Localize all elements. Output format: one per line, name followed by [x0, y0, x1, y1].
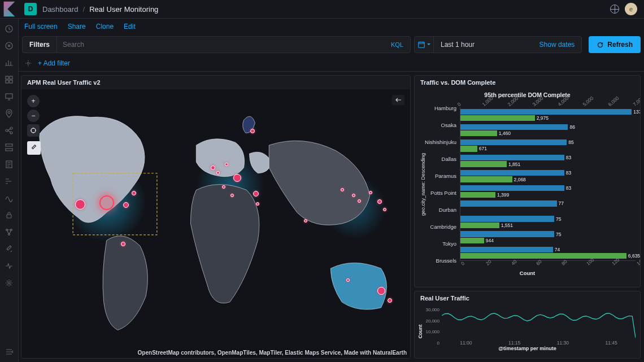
map-canvas[interactable]: + − OpenStreetMap contributors, OpenMapT… — [21, 89, 410, 358]
infra-icon[interactable] — [5, 143, 14, 152]
map-dot — [253, 191, 259, 197]
line-x-ticks: 11:0011:1511:3011:45 — [419, 340, 636, 346]
dashboard-icon[interactable] — [5, 75, 14, 84]
kibana-logo[interactable] — [0, 0, 19, 19]
refresh-button[interactable]: Refresh — [589, 36, 641, 53]
bar-category-labels: HamburgOsakaNishishinjukuDallasParamusPo… — [427, 99, 460, 269]
svg-rect-19 — [418, 42, 424, 48]
svg-rect-11 — [6, 144, 12, 146]
svg-rect-6 — [6, 94, 12, 98]
logs-icon[interactable] — [5, 160, 14, 169]
map-dot — [341, 188, 344, 191]
search-input[interactable] — [57, 37, 384, 53]
breadcrumb-root[interactable]: Dashboard — [42, 5, 79, 14]
panel-map: APM Real User Traffic v2 — [21, 75, 411, 359]
map-dot — [233, 174, 241, 182]
maps-icon[interactable] — [5, 109, 14, 118]
panel-line-chart: Real User Traffic Count 30,00020,00010,0… — [414, 291, 641, 359]
monitoring-icon[interactable] — [5, 261, 14, 271]
legend-toggle-button[interactable] — [392, 95, 404, 105]
ml-icon[interactable] — [5, 126, 14, 135]
svg-rect-4 — [6, 80, 8, 83]
add-filter-link[interactable]: + Add filter — [38, 59, 70, 67]
map-dot — [132, 191, 136, 195]
svg-point-9 — [10, 127, 12, 129]
svg-point-8 — [6, 129, 8, 132]
visualize-icon[interactable] — [5, 58, 14, 67]
draw-tool-button[interactable] — [27, 141, 41, 155]
map-hotspot-ring — [99, 195, 114, 210]
bar-chart-body: 95th percentile DOM Complete geo.city_na… — [415, 89, 640, 287]
fit-bounds-button[interactable] — [27, 124, 40, 137]
map-attribution: OpenStreetMap contributors, OpenMapTiles… — [138, 350, 407, 356]
calendar-icon[interactable] — [415, 37, 434, 53]
side-nav — [0, 19, 19, 362]
map-dot — [377, 287, 385, 295]
kql-toggle[interactable]: KQL — [384, 37, 410, 53]
bar-x-axis-label: Count — [419, 270, 636, 276]
app-letter-badge[interactable]: D — [24, 3, 37, 15]
map-dot — [369, 191, 372, 194]
panel-title-bar: Traffic vs. DOM Complete — [415, 76, 640, 89]
discover-icon[interactable] — [5, 41, 14, 50]
line-x-label: @timestamp per minute — [419, 346, 636, 351]
map-dot — [211, 165, 215, 170]
time-range-text[interactable]: Last 1 hour — [434, 37, 533, 53]
siem-icon[interactable] — [5, 211, 14, 220]
full-screen-link[interactable]: Full screen — [24, 23, 58, 30]
panel-title-line: Real User Traffic — [415, 291, 640, 305]
map-dot — [222, 185, 225, 189]
bar-rows: 1372,975861,46085671831,851832,068831,39… — [460, 107, 636, 261]
map-dot — [304, 219, 307, 223]
graph-icon[interactable] — [5, 228, 14, 237]
filter-options-icon[interactable] — [24, 59, 32, 67]
map-dot — [230, 194, 234, 197]
bar-chart-title: 95th percentile DOM Complete — [419, 91, 636, 98]
panels-grid: APM Real User Traffic v2 — [19, 72, 644, 362]
svg-point-7 — [8, 111, 10, 114]
apm-icon[interactable] — [5, 177, 14, 186]
devtools-icon[interactable] — [5, 245, 14, 254]
uptime-icon[interactable] — [5, 194, 14, 203]
line-svg — [442, 307, 636, 340]
main-area: Full screen Share Clone Edit Filters KQL… — [19, 19, 644, 362]
world-map-svg — [21, 89, 410, 358]
clone-link[interactable]: Clone — [96, 23, 114, 30]
share-link[interactable]: Share — [68, 23, 86, 30]
user-avatar[interactable]: e — [625, 3, 637, 15]
newsfeed-icon[interactable] — [610, 5, 619, 14]
breadcrumb-sep: / — [83, 5, 85, 14]
canvas-icon[interactable] — [5, 92, 14, 101]
search-group: Filters KQL — [22, 36, 411, 53]
map-dot — [75, 199, 85, 210]
map-dot — [377, 199, 382, 204]
map-dot — [358, 199, 361, 203]
zoom-in-button[interactable]: + — [27, 95, 40, 107]
panel-title-map: APM Real User Traffic v2 — [21, 76, 410, 89]
refresh-label: Refresh — [607, 41, 633, 49]
svg-point-20 — [27, 62, 29, 64]
panel-bar-chart: Traffic vs. DOM Complete 95th percentile… — [414, 75, 641, 287]
collapse-nav-icon[interactable] — [5, 347, 14, 356]
zoom-out-button[interactable]: − — [27, 110, 40, 122]
map-dot — [388, 298, 392, 303]
top-bar: D Dashboard / Real User Monitoring e — [0, 0, 644, 19]
map-dot — [225, 163, 228, 166]
filters-button[interactable]: Filters — [23, 37, 57, 53]
svg-rect-5 — [10, 80, 12, 83]
filter-bar: + Add filter — [19, 55, 644, 72]
management-icon[interactable] — [5, 278, 14, 287]
bar-bottom-ticks: 020406080100120140 — [460, 261, 636, 269]
dashboard-actions: Full screen Share Clone Edit — [19, 19, 644, 34]
map-dot — [250, 129, 255, 133]
svg-point-10 — [10, 132, 12, 134]
edit-link[interactable]: Edit — [124, 23, 136, 30]
show-dates-link[interactable]: Show dates — [533, 37, 582, 53]
breadcrumb: Dashboard / Real User Monitoring — [42, 5, 158, 14]
map-dot — [216, 171, 220, 175]
time-picker[interactable]: Last 1 hour Show dates — [414, 36, 582, 53]
map-dot — [352, 194, 355, 197]
recent-icon[interactable] — [5, 24, 14, 33]
svg-rect-12 — [6, 149, 12, 151]
svg-point-18 — [8, 282, 10, 284]
